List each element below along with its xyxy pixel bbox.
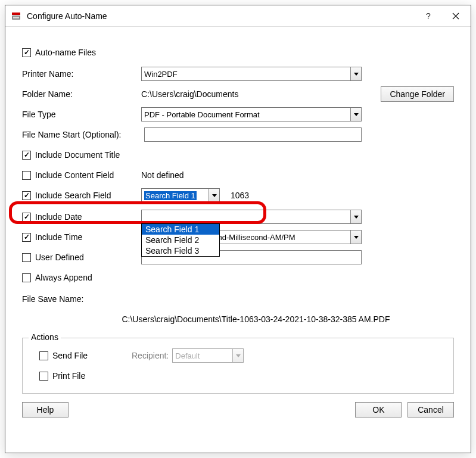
send-file-label: Send File [52,351,88,360]
file-type-value: PDF - Portable Document Format [142,108,350,121]
cancel-button[interactable]: Cancel [407,402,454,418]
user-defined-checkbox[interactable] [22,253,31,262]
recipient-value: Default [173,349,232,362]
svg-rect-0 [12,13,20,15]
include-content-field-checkbox[interactable] [22,171,31,180]
chevron-down-icon [232,349,243,362]
help-button-bottom[interactable]: Help [22,402,69,418]
file-save-name-value: C:\Users\craig\Documents\Title-1063-03-2… [122,314,390,324]
app-icon [10,10,22,22]
content-field-status: Not defined [141,170,184,180]
include-search-field-checkbox[interactable] [22,191,31,200]
user-defined-label: User Defined [35,253,84,262]
chevron-down-icon[interactable] [350,67,361,80]
dialog-window: Configure Auto-Name ? Auto-name Files Pr… [5,5,471,453]
date-format-dropdown[interactable] [141,210,362,224]
dropdown-option[interactable]: Search Field 1 [142,224,219,235]
include-content-field-label: Include Content Field [35,170,114,180]
printer-name-label: Printer Name: [22,69,141,79]
change-folder-button[interactable]: Change Folder [381,86,454,102]
help-button[interactable]: ? [415,7,442,26]
actions-group: Actions Send File Recipient: Default Pri… [22,338,454,394]
file-type-dropdown[interactable]: PDF - Portable Document Format [141,107,362,121]
always-append-label: Always Append [35,273,92,282]
recipient-label: Recipient: [132,351,169,360]
include-time-label: Include Time [35,232,82,242]
dialog-body: Auto-name Files Printer Name: Win2PDF Fo… [5,27,471,453]
search-field-dropdown[interactable]: Search Field 1 [141,188,220,202]
file-name-start-label: File Name Start (Optional): [22,130,144,139]
include-doc-title-checkbox[interactable] [22,151,31,160]
send-file-checkbox[interactable] [39,351,48,360]
folder-name-label: Folder Name: [22,89,141,99]
search-field-dropdown-popup[interactable]: Search Field 1 Search Field 2 Search Fie… [141,223,220,257]
include-search-field-label: Include Search Field [35,191,111,200]
chevron-down-icon[interactable] [350,108,361,121]
include-doc-title-label: Include Document Title [35,150,120,160]
print-file-label: Print File [52,371,85,381]
chevron-down-icon[interactable] [350,230,361,244]
ok-button[interactable]: OK [355,402,402,418]
titlebar: Configure Auto-Name ? [5,5,471,27]
auto-name-checkbox[interactable] [22,48,31,57]
include-time-checkbox[interactable] [22,233,31,242]
date-format-value [142,210,350,223]
file-save-name-label: File Save Name: [22,294,83,304]
always-append-checkbox[interactable] [22,273,31,282]
search-field-selected: Search Field 1 [142,189,209,202]
printer-name-value: Win2PDF [142,67,350,80]
folder-name-value: C:\Users\craig\Documents [141,89,362,99]
dialog-title: Configure Auto-Name [27,11,415,21]
chevron-down-icon[interactable] [350,210,361,223]
include-date-checkbox[interactable] [22,213,31,222]
recipient-dropdown: Default [172,348,244,363]
chevron-down-icon[interactable] [209,189,219,202]
close-button[interactable] [442,7,469,26]
print-file-checkbox[interactable] [39,372,48,381]
dropdown-option[interactable]: Search Field 3 [142,245,219,256]
dropdown-option[interactable]: Search Field 2 [142,235,219,245]
file-name-start-input[interactable] [144,127,362,142]
file-type-label: File Type [22,110,141,119]
actions-title: Actions [29,332,61,342]
auto-name-label: Auto-name Files [35,48,96,57]
include-date-label: Include Date [35,212,82,222]
search-field-extra: 1063 [231,191,249,200]
printer-name-dropdown[interactable]: Win2PDF [141,67,362,81]
svg-rect-2 [13,17,19,18]
